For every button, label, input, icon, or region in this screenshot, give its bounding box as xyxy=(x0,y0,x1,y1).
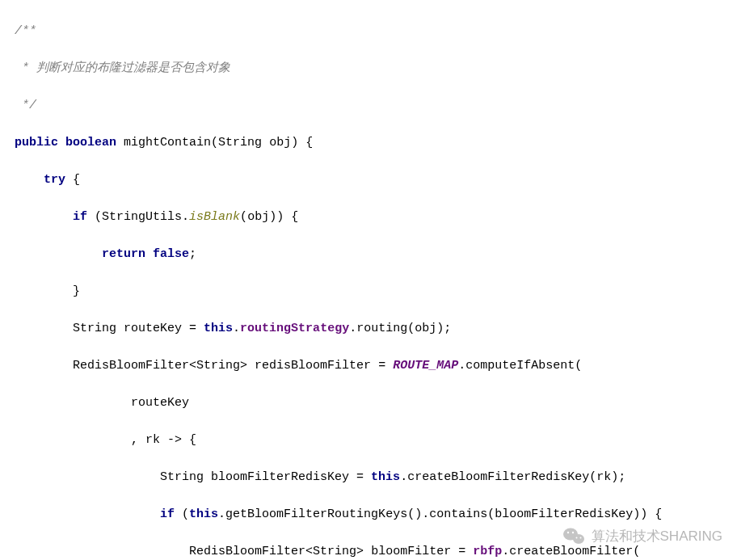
code-line: routeKey xyxy=(0,394,737,412)
svg-point-4 xyxy=(571,532,573,533)
wechat-icon xyxy=(562,526,585,545)
comment-line: */ xyxy=(0,96,737,115)
code-line: String bloomFilterRedisKey = this.create… xyxy=(0,468,737,486)
comment-line: /** xyxy=(0,22,737,40)
comment-line: * 判断对应的布隆过滤器是否包含对象 xyxy=(0,59,737,78)
svg-point-3 xyxy=(566,532,568,533)
watermark-text: 算法和技术SHARING xyxy=(592,527,722,545)
code-line: if (this.getBloomFilterRoutingKeys().con… xyxy=(0,505,737,524)
method-signature: public boolean mightContain(String obj) … xyxy=(0,133,737,152)
code-block: /** * 判断对应的布隆过滤器是否包含对象 */ public boolean… xyxy=(0,0,737,560)
code-line: } xyxy=(0,282,737,301)
svg-point-6 xyxy=(579,537,581,539)
watermark: 算法和技术SHARING xyxy=(562,526,722,545)
code-line: try { xyxy=(0,171,737,189)
svg-point-5 xyxy=(575,537,577,539)
code-line: RedisBloomFilter<String> redisBloomFilte… xyxy=(0,356,737,375)
code-line: if (StringUtils.isBlank(obj)) { xyxy=(0,208,737,226)
code-line: return false; xyxy=(0,245,737,263)
code-line: , rk -> { xyxy=(0,431,737,449)
code-line: String routeKey = this.routingStrategy.r… xyxy=(0,319,737,338)
